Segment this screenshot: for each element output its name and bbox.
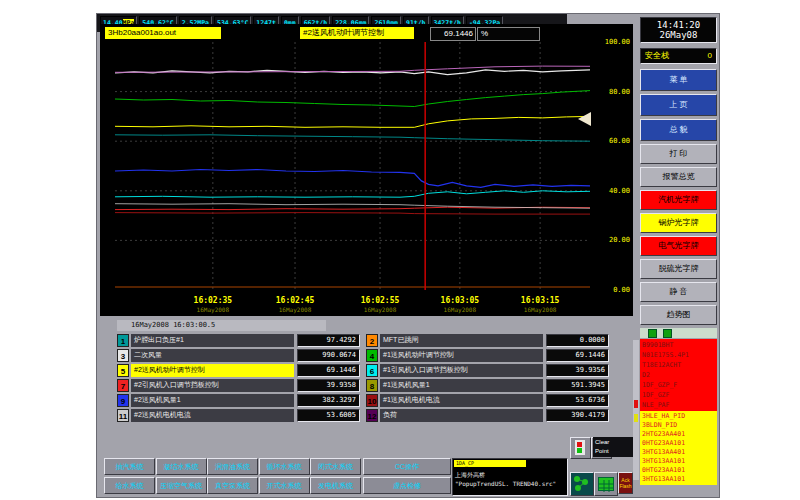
- time-tick: 16:02:45: [276, 296, 315, 305]
- y-axis-label: 40.00: [592, 187, 630, 195]
- alarm-taglist-red: B9901BHTN01E175S.4P1T18E12ACHTD21DF_GZP_…: [640, 339, 717, 411]
- time-tick: 16:03:05: [441, 296, 480, 305]
- date-tick: 16May2008: [279, 306, 312, 313]
- sidebar-button[interactable]: 趋势图: [640, 305, 717, 325]
- sidebar-button[interactable]: 总 貌: [640, 119, 717, 141]
- pen-row-8[interactable]: 8#1送风机风量1591.3945: [366, 379, 609, 392]
- trend-tag-name[interactable]: 3Hb20aa001ao.out: [105, 27, 221, 39]
- safety-stack-label: 安全栈: [645, 49, 669, 63]
- pen-label: #2送风机动叶调节控制: [131, 364, 294, 377]
- pen-value: 990.0674: [297, 349, 360, 362]
- pen-value: 0.0000: [546, 334, 609, 347]
- pen-row-9[interactable]: 9#2送风机风量1382.3297: [117, 394, 360, 407]
- alarm-tag[interactable]: T18E12ACHT: [642, 360, 717, 370]
- pen-color-swatch: 12: [366, 409, 378, 422]
- pen-color-swatch: 9: [117, 394, 129, 407]
- pen-legend: 1炉膛出口负压#197.42922MFT已跳闸0.00003二次风量990.06…: [117, 334, 609, 422]
- sidebar-button[interactable]: 锅炉光字牌: [640, 213, 717, 233]
- pen-row-11[interactable]: 11#2送风机电机电流53.6005: [117, 409, 360, 422]
- trend-line-fan1-vane-control: [115, 91, 590, 107]
- alarm-tag[interactable]: 0HTG23AA101: [642, 439, 717, 448]
- trend-plot[interactable]: [115, 42, 590, 290]
- alarm-tag[interactable]: 1DF_GZF: [642, 390, 717, 400]
- taglist-scrollbar[interactable]: [633, 340, 639, 480]
- pen-row-6[interactable]: 6#1引风机入口调节挡板控制39.9356: [366, 364, 609, 377]
- sidebar-button[interactable]: 汽机光字牌: [640, 190, 717, 210]
- nav-button[interactable]: 润滑油系统: [207, 458, 258, 475]
- pen-row-2[interactable]: 2MFT已跳闸0.0000: [366, 334, 609, 347]
- date-tick: 16May2008: [524, 306, 557, 313]
- trend-line-furnace-pressure: [115, 135, 590, 141]
- nav-button[interactable]: 真空泵系统: [207, 477, 258, 494]
- pen-color-swatch: 3: [117, 349, 129, 362]
- alarm-tag[interactable]: N01E175S.4P1: [642, 350, 717, 360]
- point-indicator-button-1[interactable]: [570, 437, 591, 459]
- alarm-taglist-yellow: 3HLE_HA_PID3BLDN_PID2HTG23AA4010HTG23AA1…: [640, 411, 717, 485]
- trend-chart: [115, 42, 590, 290]
- pen-row-7[interactable]: 7#2引风机入口调节挡板控制39.9358: [117, 379, 360, 392]
- nav-button[interactable]: 开式水系统: [259, 477, 310, 494]
- nav-button[interactable]: 凝结水系统: [156, 458, 207, 475]
- y-axis-label: 80.00: [592, 88, 630, 96]
- pen-value: 69.1446: [297, 364, 360, 377]
- nav-button[interactable]: 给水系统: [104, 477, 155, 494]
- sidebar-button[interactable]: 报警总览: [640, 167, 717, 187]
- pen-row-5[interactable]: 5#2送风机动叶调节控制69.1446: [117, 364, 360, 377]
- pen-row-10[interactable]: 10#1送风机电机电流53.6736: [366, 394, 609, 407]
- sidebar-button[interactable]: 脱硫光字牌: [640, 259, 717, 279]
- pen-value: 39.9356: [546, 364, 609, 377]
- pen-value: 53.6736: [546, 394, 609, 407]
- alarm-tag[interactable]: 3HTG13AA101: [642, 457, 717, 466]
- nav-button[interactable]: 压缩空气系统: [156, 477, 207, 494]
- pen-color-swatch: 7: [117, 379, 129, 392]
- pen-row-3[interactable]: 3二次风量990.0674: [117, 349, 360, 362]
- keyboard-icon[interactable]: [594, 472, 618, 496]
- dcs-trend-window: 3Hb20aa001ao.out #2送风机动叶调节控制 69.1446 % 1…: [97, 14, 719, 497]
- alarm-tag[interactable]: D2: [642, 370, 717, 380]
- alarm-tag[interactable]: NLE_PAF: [642, 400, 717, 410]
- safety-stack-indicator: 安全栈 0: [640, 48, 717, 64]
- y-axis-label: 0.00: [592, 286, 630, 294]
- pen-color-swatch: 5: [117, 364, 129, 377]
- mid-button[interactable]: 虚点检修: [363, 477, 451, 494]
- alarm-tag[interactable]: 3HTG13AA101: [642, 475, 717, 484]
- nav-button[interactable]: 抽汽系统: [104, 458, 155, 475]
- trend-line-fan1-inlet-damper: [115, 191, 590, 197]
- alarm-tag[interactable]: 1DF_GZP_F: [642, 380, 717, 390]
- alarm-tag[interactable]: 3BLDN_PID: [642, 421, 717, 430]
- script-console: 1DA_CP 上海外高桥 "PopupTrendUSL. TREND40.src…: [452, 458, 568, 496]
- sidebar: 14:41:20 26May08 安全栈 0 菜 单上 页总 貌打 印报警总览汽…: [640, 17, 717, 494]
- pen-color-swatch: 8: [366, 379, 378, 392]
- sidebar-button[interactable]: 打 印: [640, 144, 717, 164]
- clear-point-label[interactable]: Clear Point: [593, 437, 633, 457]
- ack-label-line2: Flash: [619, 483, 632, 489]
- ack-flash-button[interactable]: Ack Flash: [618, 472, 633, 494]
- pen-row-1[interactable]: 1炉膛出口负压#197.4292: [117, 334, 360, 347]
- alarm-tag[interactable]: 3HLE_HA_PID: [642, 412, 717, 421]
- mid-button[interactable]: CC操作: [363, 458, 451, 475]
- sidebar-button[interactable]: 上 页: [640, 94, 717, 116]
- network-icon[interactable]: [570, 472, 594, 496]
- pen-label: #1送风机电机电流: [380, 394, 543, 407]
- pen-row-12[interactable]: 12负荷390.4179: [366, 409, 609, 422]
- nav-button[interactable]: 发电机系统: [310, 477, 361, 494]
- pen-label: #1送风机风量1: [380, 379, 543, 392]
- pen-value: 39.9358: [297, 379, 360, 392]
- taglist-header-mark-2: [663, 329, 672, 338]
- alarm-tag[interactable]: 0HTG23AA101: [642, 466, 717, 475]
- sidebar-button[interactable]: 菜 单: [640, 69, 717, 91]
- nav-button[interactable]: 闭式水系统: [310, 458, 361, 475]
- alarm-tag[interactable]: 3HTG13AA401: [642, 448, 717, 457]
- console-title: 1DA_CP: [454, 460, 526, 467]
- sidebar-button[interactable]: 静 音: [640, 282, 717, 302]
- value-pointer-triangle[interactable]: [578, 112, 591, 126]
- nav-button[interactable]: 循环水系统: [259, 458, 310, 475]
- sidebar-button[interactable]: 电气光字牌: [640, 236, 717, 256]
- trend-line-fan2-air-flow: [115, 170, 590, 188]
- pen-row-4[interactable]: 4#1送风机动叶调节控制69.1446: [366, 349, 609, 362]
- pen-label: #1引风机入口调节挡板控制: [380, 364, 543, 377]
- selected-pen-title[interactable]: #2送风机动叶调节控制: [300, 27, 414, 39]
- alarm-tag[interactable]: B9901BHT: [642, 340, 717, 350]
- alarm-tag[interactable]: 2HTG23AA401: [642, 430, 717, 439]
- trend-line-fan2-vane-control: [115, 116, 590, 127]
